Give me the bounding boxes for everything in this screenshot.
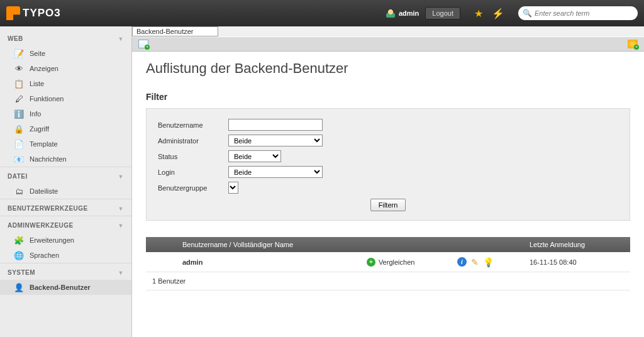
row-lastlogin: 16-11-15 08:40 (523, 252, 630, 272)
chevron-down-icon: ▼ (118, 36, 124, 42)
filter-status-select[interactable]: Beide (228, 150, 281, 162)
sidebar-item-label: Dateiliste (30, 187, 58, 195)
enable-icon[interactable]: 💡 (484, 257, 493, 267)
filter-submit-button[interactable]: Filtern (370, 199, 406, 211)
sidebar-section-header[interactable]: BENUTZERWERKZEUGE▼ (0, 199, 131, 216)
table-header-row: Benutzername / Vollständiger Name Letzte… (146, 237, 630, 252)
content: Auflistung der Backend-Benutzer Filter B… (132, 52, 644, 299)
sidebar-section-header[interactable]: WEB▼ (0, 26, 131, 46)
module-icon: 🧩 (14, 235, 24, 245)
new-record-icon[interactable] (138, 40, 148, 48)
chevron-down-icon: ▼ (118, 223, 124, 229)
chevron-down-icon: ▼ (118, 206, 124, 212)
th-compare (360, 237, 451, 252)
filter-username-input[interactable] (228, 119, 323, 131)
filter-username-label: Benutzername (158, 121, 228, 129)
sidebar-item-label: Seite (30, 50, 45, 57)
sidebar-item-label: Funktionen (30, 95, 64, 102)
sidebar-section-header[interactable]: DATEI▼ (0, 167, 131, 184)
filter-login-select[interactable]: Beide (228, 166, 323, 178)
search-input[interactable] (518, 6, 638, 20)
th-lastlogin: Letzte Anmeldung (523, 237, 630, 252)
table-row: admin + Vergleichen i ✎ 💡 (146, 252, 630, 272)
filter-form: Benutzername Administrator Beide Status … (146, 108, 630, 221)
module-icon: 👤 (14, 282, 24, 292)
top-bar: TYPO3 admin Logout ★ ⚡ 🔍 (0, 0, 644, 26)
module-icon: 🗂 (14, 186, 24, 196)
compare-link[interactable]: + Vergleichen (367, 258, 415, 267)
logo-text: TYPO3 (23, 7, 61, 19)
doc-header (132, 36, 644, 52)
plus-icon: + (367, 258, 375, 267)
filter-status-label: Status (158, 153, 228, 160)
module-icon: 🌐 (14, 250, 24, 260)
module-icon: ℹ️ (14, 109, 24, 119)
th-actions (451, 237, 523, 252)
user-name: admin (399, 9, 419, 17)
sidebar-item-label: Sprachen (30, 251, 59, 259)
sidebar-item[interactable]: 📧Nachrichten (0, 152, 131, 167)
edit-icon[interactable]: ✎ (470, 257, 480, 267)
sidebar-item[interactable]: 👁Anzeigen (0, 61, 131, 76)
sidebar-item-label: Anzeigen (30, 65, 58, 72)
module-sidebar: WEB▼📝Seite👁Anzeigen📋Liste🖊Funktionenℹ️In… (0, 26, 132, 337)
module-selector-bar: Backend-Benutzer (132, 26, 644, 36)
module-icon: 📝 (14, 48, 24, 58)
filter-admin-select[interactable]: Beide (228, 135, 323, 146)
user-table: Benutzername / Vollständiger Name Letzte… (146, 237, 630, 290)
sidebar-section-header[interactable]: ADMINWERKZEUGE▼ (0, 216, 131, 233)
sidebar-item-label: Zugriff (30, 125, 49, 133)
main-area: Backend-Benutzer Auflistung der Backend-… (132, 26, 644, 337)
chevron-down-icon: ▼ (118, 174, 124, 180)
typo3-logo-icon (6, 6, 20, 20)
compare-label: Vergleichen (379, 258, 415, 266)
user-count: 1 Benutzer (146, 272, 630, 290)
clear-cache-icon[interactable]: ⚡ (492, 8, 504, 19)
th-icon (146, 237, 176, 252)
info-icon[interactable]: i (457, 257, 467, 267)
module-icon: 👁 (14, 64, 24, 74)
sidebar-item[interactable]: 📋Liste (0, 76, 131, 91)
page-title: Auflistung der Backend-Benutzer (146, 60, 630, 77)
sidebar-item[interactable]: 👤Backend-Benutzer (0, 280, 131, 295)
sidebar-item[interactable]: 🌐Sprachen (0, 248, 131, 263)
filter-group-label: Benutzergruppe (158, 184, 228, 192)
chevron-down-icon: ▼ (118, 270, 124, 276)
sidebar-item-label: Backend-Benutzer (30, 284, 91, 291)
search-box: 🔍 (518, 6, 638, 20)
sidebar-section-header[interactable]: SYSTEM▼ (0, 263, 131, 280)
sidebar-item[interactable]: 🖊Funktionen (0, 91, 131, 106)
sidebar-item[interactable]: 🔒Zugriff (0, 121, 131, 136)
sidebar-item-label: Erweiterungen (30, 236, 74, 244)
sidebar-item-label: Nachrichten (30, 155, 67, 163)
module-icon: 📧 (14, 154, 24, 164)
search-icon: 🔍 (523, 9, 532, 18)
module-icon: 📄 (14, 139, 24, 149)
th-username: Benutzername / Vollständiger Name (176, 237, 360, 252)
count-row: 1 Benutzer (146, 272, 630, 290)
current-user[interactable]: admin (386, 9, 419, 18)
logout-button[interactable]: Logout (425, 7, 460, 19)
sidebar-item-label: Liste (30, 80, 44, 87)
sidebar-item[interactable]: ℹ️Info (0, 106, 131, 121)
filter-login-label: Login (158, 168, 228, 176)
module-icon: 📋 (14, 79, 24, 89)
sidebar-item[interactable]: 🗂Dateiliste (0, 184, 131, 199)
bookmark-icon[interactable]: ★ (474, 8, 483, 19)
filter-heading: Filter (146, 92, 630, 102)
sidebar-item[interactable]: 📄Template (0, 136, 131, 152)
user-icon (386, 9, 395, 18)
sidebar-item-label: Template (30, 140, 58, 148)
logo[interactable]: TYPO3 (6, 6, 61, 20)
sidebar-item[interactable]: 📝Seite (0, 46, 131, 61)
shortcut-icon[interactable] (628, 40, 638, 48)
module-icon: 🔒 (14, 124, 24, 134)
module-icon: 🖊 (14, 94, 24, 104)
row-username[interactable]: admin (182, 258, 203, 266)
sidebar-item[interactable]: 🧩Erweiterungen (0, 233, 131, 248)
filter-admin-label: Administrator (158, 137, 228, 145)
sidebar-item-label: Info (30, 110, 41, 118)
filter-group-select[interactable] (228, 182, 238, 194)
module-selector[interactable]: Backend-Benutzer (132, 26, 218, 36)
